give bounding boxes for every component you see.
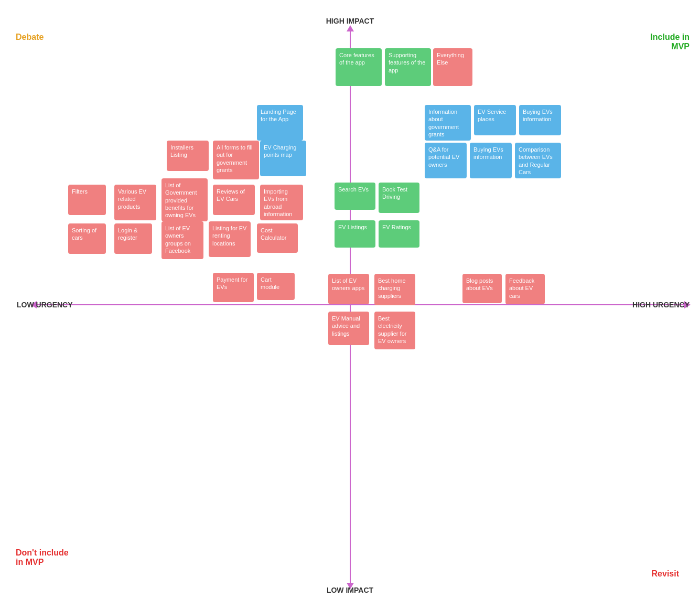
card-c12: Buying EVs information xyxy=(470,143,512,178)
high-urgency-label: HIGH URGENCY xyxy=(632,301,690,309)
card-c32: Blog posts about EVs xyxy=(462,274,502,303)
vertical-axis xyxy=(350,26,351,588)
low-urgency-label: LOW URGENCY xyxy=(17,301,73,309)
card-c13: Comparison between EVs and Regular Cars xyxy=(515,143,561,178)
dont-include-label: Don't include in MVP xyxy=(16,548,69,567)
card-c5: Installers Listing xyxy=(167,141,209,171)
card-c9: EV Service places xyxy=(474,105,516,135)
card-c26: EV Listings xyxy=(335,220,375,248)
card-c31: Best home charging suppliers xyxy=(374,274,415,305)
card-c4: Landing Page for the App xyxy=(257,105,303,141)
card-c24: Listing for EV renting locations xyxy=(209,221,251,257)
card-c34: EV Manual advice and listings xyxy=(328,312,369,345)
revisit-label: Revisit xyxy=(652,569,679,579)
debate-label: Debate xyxy=(16,33,44,42)
card-c22: Login & register xyxy=(114,223,152,254)
high-impact-label: HIGH IMPACT xyxy=(326,17,374,25)
card-c28: Payment for EVs xyxy=(213,273,254,302)
card-c15: Various EV related products xyxy=(114,185,156,220)
low-impact-label: LOW IMPACT xyxy=(327,586,373,594)
card-c20: Book Test Driving xyxy=(379,183,419,213)
include-mvp-label: Include in MVP xyxy=(650,33,690,51)
card-c23: List of EV owners groups on Facebook xyxy=(161,221,203,259)
card-c19: Search EVs xyxy=(335,183,375,210)
card-c25: Cost Calculator xyxy=(257,223,298,253)
card-c33: Feedback about EV cars xyxy=(505,274,545,304)
arrow-up xyxy=(347,25,354,31)
card-c18: Importing EVs from abroad information xyxy=(260,185,303,220)
card-c27: EV Ratings xyxy=(379,220,419,248)
card-c16: List of Government provided benefits for… xyxy=(161,178,208,221)
card-c29: Cart module xyxy=(257,273,295,300)
card-c30: List of EV owners apps xyxy=(328,274,369,304)
card-c8: Information about government grants xyxy=(425,105,471,141)
card-c6: All forms to fill out for government gra… xyxy=(213,141,259,179)
chart-container: HIGH IMPACT LOW IMPACT LOW URGENCY HIGH … xyxy=(0,0,700,609)
card-c10: Buying EVs information xyxy=(519,105,561,135)
card-c2: Supporting features of the app xyxy=(385,48,431,86)
card-c1: Core features of the app xyxy=(336,48,382,86)
card-c3: Everything Else xyxy=(433,48,472,86)
card-c11: Q&A for potential EV owners xyxy=(425,143,467,178)
card-c14: Filters xyxy=(68,185,106,215)
card-c21: Sorting of cars xyxy=(68,223,106,254)
card-c35: Best electricity supplier for EV owners xyxy=(374,312,415,349)
card-c7: EV Charging points map xyxy=(260,141,306,176)
card-c17: Reviews of EV Cars xyxy=(213,185,255,215)
